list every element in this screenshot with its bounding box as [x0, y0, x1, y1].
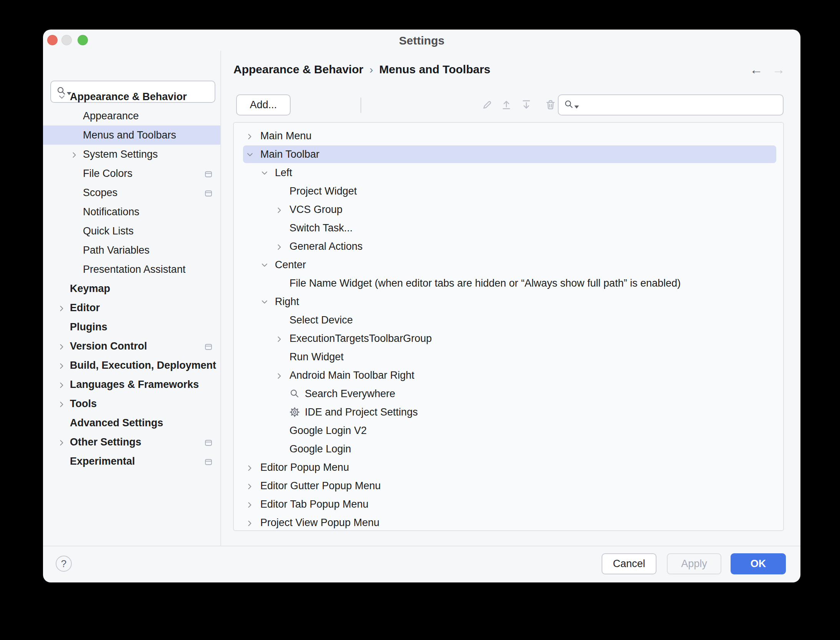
- tree-item-project-widget[interactable]: Project Widget: [234, 182, 783, 200]
- tree-item-label: Project View Popup Menu: [260, 517, 379, 529]
- sidebar-item-label: Advanced Settings: [70, 417, 163, 429]
- tree-item-label: General Actions: [289, 241, 363, 252]
- tree-item-google-login-v2[interactable]: Google Login V2: [234, 421, 783, 440]
- chevron-down-icon[interactable]: [58, 92, 66, 101]
- tree-item-executiontargetstoolbargroup[interactable]: ExecutionTargetsToolbarGroup: [234, 329, 783, 348]
- chevron-down-icon[interactable]: [260, 261, 269, 269]
- tree-item-search-everywhere[interactable]: Search Everywhere: [234, 384, 783, 403]
- tree-item-editor-gutter-popup-menu[interactable]: Editor Gutter Popup Menu: [234, 477, 783, 495]
- tree-item-editor-tab-popup-menu[interactable]: Editor Tab Popup Menu: [234, 495, 783, 513]
- toolbar-separator: [360, 97, 361, 113]
- sidebar-item-label: Appearance: [83, 110, 139, 122]
- chevron-right-icon[interactable]: [58, 438, 66, 446]
- project-level-icon: [204, 188, 213, 197]
- chevron-right-icon[interactable]: [246, 463, 254, 472]
- sidebar-item-notifications[interactable]: Notifications: [43, 202, 220, 221]
- tree-item-label: VCS Group: [289, 204, 342, 216]
- chevron-right-icon[interactable]: [246, 482, 254, 490]
- sidebar-item-appearance[interactable]: Appearance: [43, 106, 220, 125]
- chevron-right-icon[interactable]: [58, 380, 66, 389]
- sidebar-item-plugins[interactable]: Plugins: [43, 317, 220, 336]
- add-button[interactable]: Add...: [236, 94, 291, 115]
- tree-item-label: Center: [275, 259, 306, 271]
- sidebar-item-experimental[interactable]: Experimental: [43, 452, 220, 471]
- chevron-down-icon[interactable]: [260, 297, 269, 306]
- chevron-right-icon[interactable]: [246, 518, 254, 527]
- chevron-right-icon[interactable]: [275, 334, 284, 343]
- tree-item-label: Switch Task...: [289, 222, 353, 234]
- ok-button[interactable]: OK: [731, 553, 786, 574]
- back-arrow-icon[interactable]: ←: [750, 62, 763, 77]
- tree-item-general-actions[interactable]: General Actions: [234, 237, 783, 256]
- tree-item-main-menu[interactable]: Main Menu: [234, 127, 783, 145]
- tree-item-left[interactable]: Left: [234, 163, 783, 182]
- sidebar-item-build-execution-deployment[interactable]: Build, Execution, Deployment: [43, 356, 220, 375]
- sidebar-item-system-settings[interactable]: System Settings: [43, 145, 220, 164]
- chevron-right-icon[interactable]: [70, 150, 79, 158]
- sidebar-item-quick-lists[interactable]: Quick Lists: [43, 221, 220, 241]
- tree-item-label: Right: [275, 296, 299, 308]
- chevron-right-icon[interactable]: [275, 371, 284, 379]
- chevron-right-icon[interactable]: [246, 500, 254, 508]
- chevron-right-icon[interactable]: [58, 304, 66, 312]
- sidebar-item-menus-and-toolbars[interactable]: Menus and Toolbars: [43, 125, 220, 145]
- tree-toolbar: Add...: [221, 94, 800, 115]
- edit-icon[interactable]: [481, 98, 494, 111]
- chevron-right-icon[interactable]: [246, 132, 254, 140]
- sidebar-item-editor[interactable]: Editor: [43, 298, 220, 317]
- move-up-icon[interactable]: [500, 98, 513, 111]
- tree-item-android-main-toolbar-right[interactable]: Android Main Toolbar Right: [234, 366, 783, 384]
- sidebar-item-languages-frameworks[interactable]: Languages & Frameworks: [43, 375, 220, 394]
- tree-item-label: Editor Popup Menu: [260, 462, 349, 473]
- tree-item-right[interactable]: Right: [234, 292, 783, 311]
- sidebar-item-tools[interactable]: Tools: [43, 394, 220, 413]
- chevron-right-icon[interactable]: [58, 399, 66, 408]
- window-title: Settings: [43, 30, 800, 51]
- sidebar-item-path-variables[interactable]: Path Variables: [43, 241, 220, 260]
- chevron-right-icon[interactable]: [58, 342, 66, 350]
- sidebar-item-advanced-settings[interactable]: Advanced Settings: [43, 413, 220, 432]
- delete-icon[interactable]: [544, 98, 557, 111]
- tree-item-label: Editor Tab Popup Menu: [260, 498, 369, 510]
- chevron-right-icon[interactable]: [275, 242, 284, 251]
- sidebar-item-file-colors[interactable]: File Colors: [43, 164, 220, 183]
- move-down-icon[interactable]: [520, 98, 533, 111]
- search-options-caret-icon[interactable]: [574, 106, 579, 109]
- tree-item-project-view-popup-menu[interactable]: Project View Popup Menu: [234, 513, 783, 531]
- main-panel: Appearance & Behavior › Menus and Toolba…: [221, 51, 800, 546]
- sidebar-item-appearance-behavior[interactable]: Appearance & Behavior: [43, 87, 220, 106]
- chevron-right-icon[interactable]: [275, 205, 284, 214]
- sidebar-item-keymap[interactable]: Keymap: [43, 279, 220, 298]
- sidebar-item-scopes[interactable]: Scopes: [43, 183, 220, 202]
- tree-item-run-widget[interactable]: Run Widget: [234, 348, 783, 366]
- tree-item-label: Project Widget: [289, 185, 357, 197]
- tree-item-label: Select Device: [289, 314, 353, 326]
- chevron-down-icon[interactable]: [246, 150, 254, 158]
- cancel-button[interactable]: Cancel: [602, 553, 656, 574]
- tree-item-switch-task[interactable]: Switch Task...: [234, 219, 783, 237]
- tree-search-input[interactable]: [579, 99, 783, 111]
- tree-item-label: Google Login V2: [289, 425, 367, 437]
- sidebar-item-presentation-assistant[interactable]: Presentation Assistant: [43, 260, 220, 279]
- titlebar: Settings: [43, 30, 800, 51]
- tree-item-ide-and-project-settings[interactable]: IDE and Project Settings: [234, 403, 783, 421]
- chevron-down-icon[interactable]: [260, 168, 269, 177]
- help-button[interactable]: ?: [56, 556, 72, 572]
- tree-item-select-device[interactable]: Select Device: [234, 311, 783, 329]
- tree-item-center[interactable]: Center: [234, 256, 783, 274]
- sidebar-item-label: Other Settings: [70, 436, 141, 448]
- sidebar-item-label: Version Control: [70, 340, 147, 352]
- tree-item-file-name-widget-when-editor-tabs-are-hi[interactable]: File Name Widget (when editor tabs are h…: [234, 274, 783, 292]
- project-level-icon: [204, 342, 213, 350]
- tree-item-main-toolbar[interactable]: Main Toolbar: [234, 145, 783, 163]
- sidebar-item-version-control[interactable]: Version Control: [43, 336, 220, 356]
- sidebar-item-label: Scopes: [83, 187, 117, 199]
- tree-item-vcs-group[interactable]: VCS Group: [234, 200, 783, 219]
- sidebar-item-label: Experimental: [70, 455, 135, 467]
- sidebar-item-other-settings[interactable]: Other Settings: [43, 432, 220, 452]
- tree-item-google-login[interactable]: Google Login: [234, 440, 783, 458]
- breadcrumb: Appearance & Behavior › Menus and Toolba…: [233, 63, 490, 76]
- tree-item-editor-popup-menu[interactable]: Editor Popup Menu: [234, 458, 783, 477]
- chevron-right-icon[interactable]: [58, 361, 66, 369]
- tree-search-field[interactable]: [558, 94, 784, 115]
